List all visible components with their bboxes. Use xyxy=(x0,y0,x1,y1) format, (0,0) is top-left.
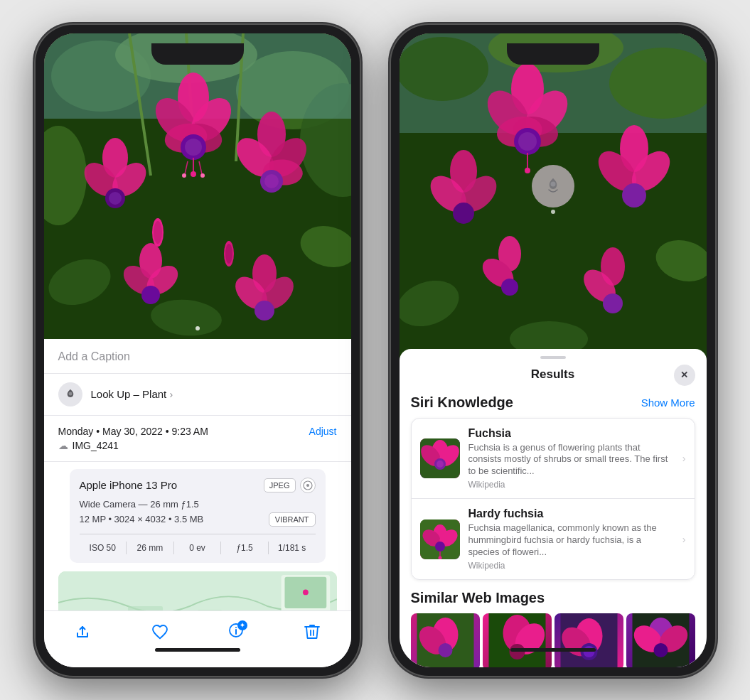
svg-point-66 xyxy=(400,37,488,101)
wide-camera-text: Wide Camera — 26 mm ƒ1.5 xyxy=(80,499,316,510)
notch xyxy=(151,43,244,65)
date-text: Monday • May 30, 2022 • 9:23 AM xyxy=(58,426,208,437)
svg-point-112 xyxy=(438,643,452,657)
hardy-fuchsia-source: Wikipedia xyxy=(468,561,674,571)
aperture-value: ƒ1.5 xyxy=(221,542,269,554)
svg-point-106 xyxy=(435,542,445,551)
svg-point-51 xyxy=(306,484,309,487)
camera-badges: JPEG xyxy=(264,478,316,493)
svg-point-81 xyxy=(453,203,474,224)
siri-visual-search-button[interactable] xyxy=(532,165,574,208)
fuchsia-item[interactable]: Fuchsia Fuchsia is a genus of flowering … xyxy=(412,419,695,500)
exposure-value: 0 ev xyxy=(174,542,222,554)
svg-point-77 xyxy=(525,168,530,173)
svg-point-61 xyxy=(235,627,237,628)
flower-photo-left xyxy=(44,33,351,339)
hardy-fuchsia-name: Hardy fuchsia xyxy=(468,507,674,520)
resolution-text: 12 MP • 3024 × 4032 • 3.5 MB xyxy=(80,514,204,524)
home-indicator-right xyxy=(510,648,596,652)
hardy-fuchsia-description: Fuchsia magellanica, commonly known as t… xyxy=(468,522,674,559)
camera-name: Apple iPhone 13 Pro xyxy=(80,479,178,491)
left-phone-screen: Add a Caption Look Up – Plant › xyxy=(44,33,351,667)
svg-point-85 xyxy=(622,183,646,208)
info-badge: ✦ xyxy=(237,620,247,630)
vibrant-badge: VIBRANT xyxy=(269,512,316,527)
svg-point-27 xyxy=(109,192,122,205)
similar-images-grid xyxy=(411,613,695,667)
shutter-value: 1/181 s xyxy=(269,542,316,554)
lookup-icon xyxy=(58,382,82,406)
home-indicator-left xyxy=(155,648,240,652)
left-phone: Add a Caption Look Up – Plant › xyxy=(34,23,361,677)
svg-point-33 xyxy=(264,174,279,188)
svg-point-88 xyxy=(501,279,518,296)
fuchsia-description: Fuchsia is a genus of flowering plants t… xyxy=(468,442,674,478)
svg-point-20 xyxy=(182,173,186,178)
iso-value: ISO 50 xyxy=(80,542,127,554)
svg-point-101 xyxy=(436,461,444,468)
svg-point-16 xyxy=(185,139,202,156)
delete-button[interactable] xyxy=(302,622,322,642)
results-title: Results xyxy=(531,367,574,382)
similar-image-3[interactable] xyxy=(555,613,623,667)
svg-point-126 xyxy=(653,643,668,657)
similar-image-4[interactable] xyxy=(626,613,695,667)
jpeg-badge: JPEG xyxy=(264,478,296,492)
info-button[interactable]: ✦ xyxy=(227,622,245,642)
results-close-button[interactable]: ✕ xyxy=(674,365,695,386)
caption-area[interactable]: Add a Caption xyxy=(44,339,351,374)
hardy-fuchsia-chevron: › xyxy=(682,534,686,545)
right-phone: Results ✕ Siri Knowledge Show More xyxy=(390,23,717,677)
camera-section: Apple iPhone 13 Pro JPEG xyxy=(70,469,326,563)
knowledge-card: Fuchsia Fuchsia is a genus of flowering … xyxy=(411,418,695,580)
fuchsia-thumbnail xyxy=(420,438,460,478)
svg-point-45 xyxy=(255,301,274,321)
flower-photo-right xyxy=(400,33,707,360)
hardy-fuchsia-item[interactable]: Hardy fuchsia Fuchsia magellanica, commo… xyxy=(412,499,695,579)
hardy-fuchsia-text: Hardy fuchsia Fuchsia magellanica, commo… xyxy=(468,507,674,571)
fuchsia-text: Fuchsia Fuchsia is a genus of flowering … xyxy=(468,427,674,490)
hardy-fuchsia-thumbnail xyxy=(420,519,460,559)
cloud-icon: ☁ xyxy=(58,440,68,451)
location-icon xyxy=(300,478,316,493)
siri-dot xyxy=(551,210,555,214)
fuchsia-name: Fuchsia xyxy=(468,427,674,440)
adjust-button[interactable]: Adjust xyxy=(309,426,337,437)
photo-info-panel: Add a Caption Look Up – Plant › xyxy=(44,339,351,667)
focal-length-value: 26 mm xyxy=(127,542,174,554)
svg-point-58 xyxy=(302,589,308,595)
results-panel: Results ✕ Siri Knowledge Show More xyxy=(400,349,707,667)
lookup-label: Look Up – Plant › xyxy=(91,388,173,400)
siri-knowledge-title: Siri Knowledge xyxy=(411,394,513,411)
svg-point-75 xyxy=(518,132,537,151)
svg-point-41 xyxy=(141,286,160,304)
exif-row: ISO 50 26 mm 0 ev ƒ1.5 1/181 s xyxy=(80,534,316,554)
svg-point-95 xyxy=(550,181,555,186)
similar-images-section: Similar Web Images xyxy=(400,580,707,667)
lookup-row[interactable]: Look Up – Plant › xyxy=(44,374,351,416)
fuchsia-chevron: › xyxy=(682,453,686,464)
show-more-button[interactable]: Show More xyxy=(641,397,695,409)
caption-placeholder: Add a Caption xyxy=(58,350,130,362)
right-phone-screen: Results ✕ Siri Knowledge Show More xyxy=(400,33,707,667)
date-section: Monday • May 30, 2022 • 9:23 AM Adjust ☁… xyxy=(44,416,351,462)
bottom-toolbar: ✦ xyxy=(44,610,351,667)
share-button[interactable] xyxy=(73,622,92,642)
favorite-button[interactable] xyxy=(150,622,170,642)
svg-point-22 xyxy=(200,173,205,178)
svg-point-18 xyxy=(191,171,196,177)
svg-point-37 xyxy=(225,244,232,264)
fuchsia-source: Wikipedia xyxy=(468,480,674,490)
svg-point-49 xyxy=(68,392,72,395)
svg-point-91 xyxy=(603,294,623,313)
right-notch xyxy=(507,43,599,65)
similar-image-1[interactable] xyxy=(411,613,480,667)
siri-knowledge-section: Siri Knowledge Show More xyxy=(400,389,707,580)
svg-point-116 xyxy=(509,644,525,659)
results-header: Results ✕ xyxy=(400,359,707,389)
page-indicator xyxy=(195,326,200,330)
similar-image-2[interactable] xyxy=(483,613,552,667)
filename-text: IMG_4241 xyxy=(73,440,119,451)
similar-images-title: Similar Web Images xyxy=(411,590,695,606)
svg-point-35 xyxy=(154,221,162,244)
